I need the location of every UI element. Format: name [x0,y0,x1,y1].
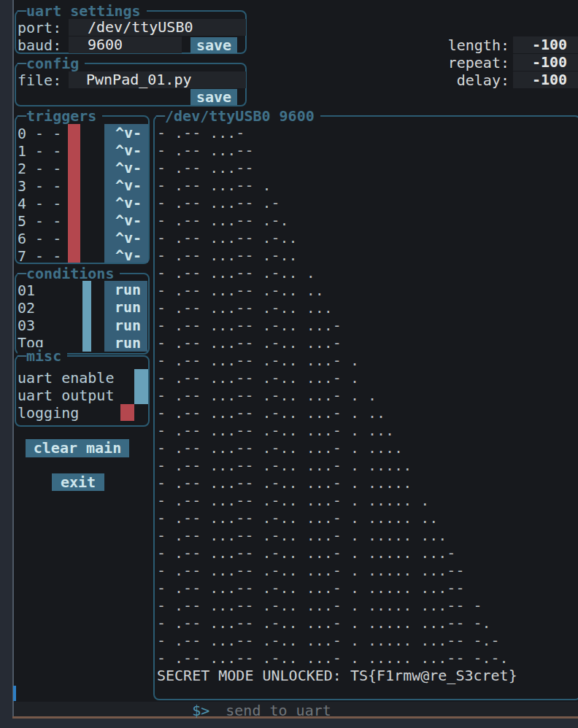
param-label: length: [409,36,509,54]
param-input[interactable]: -100 [513,71,578,88]
misc-item-label: uart enable [18,369,127,387]
morse-output-line: - .-- ...-- .-.. ...- . ..... ... [157,527,573,544]
misc-title: ─misc [18,347,67,365]
trigger-row-label: 5 - - [18,212,66,230]
morse-output-line: - .-- ...-- .-.. ...- . ..... ...-- [157,562,573,579]
morse-output-line: - .-- ...-- .-.. . [157,264,573,282]
param-fields: length: -100 repeat: -100 delay: -100 [409,36,578,89]
uart-send-input[interactable]: send to uart [226,702,331,719]
window-edge-line [12,0,14,716]
condition-run-button[interactable]: run [104,281,147,298]
trigger-row-label: 6 - - [18,230,66,247]
morse-output-line: - .-- ...-- .-.. ...- . .. [157,404,573,422]
morse-output-line: - .-- ...-- .-.. ...- [157,317,573,334]
condition-row-label: 03 [18,317,66,334]
morse-output-line: - .-- ...-- .-.. .. [157,282,573,299]
morse-output-line: - .-- ...-- . [157,177,573,194]
param-input[interactable]: -100 [513,36,578,53]
morse-output-line: - .-- ...-- [157,159,573,177]
param-row: delay: -100 [409,71,578,89]
clear-main-button[interactable]: clear main [26,439,129,457]
morse-output-line: - .-- ...-- .-. [157,212,573,229]
trigger-row-label: 0 - - [18,125,66,142]
morse-output-line: - .-- ...-- .-.. ...- [157,334,573,352]
trigger-updown-control[interactable]: ^v- [104,159,148,177]
morse-output-line: - .-- ...-- .-.. ...- . ..... ...-- - [157,597,573,614]
misc-item-label: uart output [18,387,127,404]
morse-output-line: - .-- ...-- .- [157,194,573,212]
logging-toggle[interactable] [120,404,134,421]
morse-output-line: - .-- ...-- .-.. ...- . ..... [157,457,573,474]
morse-output-line: - .-- ...-- .-.. ...- . ..... ...- [157,544,573,562]
morse-output-line: - .-- ...-- .-.. ...- . ..... ...-- -.- [157,632,573,649]
config-save-button[interactable]: save [190,89,237,105]
port-label: port: [18,19,61,36]
trigger-row-label: 3 - - [18,177,66,195]
triggers-title: ─triggers [18,107,102,125]
conditions-title: ─conditions [18,265,120,282]
trigger-updown-control[interactable]: ^v- [104,212,148,229]
trigger-row-label: 1 - - [18,142,66,160]
condition-row-label: 01 [18,282,66,299]
trigger-updown-control[interactable]: ^v- [104,142,148,159]
cursor-indicator-bar [13,686,16,701]
secret-message: SECRET MODE UNLOCKED: TS{F1rmw@re_S3cret… [157,667,517,684]
morse-output-line: - .-- ...-- .-.. ...- . ... [157,422,573,439]
baud-input[interactable]: 9600 [69,36,182,53]
trigger-row-labels: 0 - -1 - -2 - -3 - -4 - -5 - -6 - -7 - - [18,125,66,265]
param-label: delay: [409,71,509,89]
file-input[interactable]: PwnPad_01.py [69,71,246,88]
morse-output-line: - .-- ...-- .-.. [157,247,573,264]
param-row: length: -100 [409,36,578,54]
trigger-updown-control[interactable]: ^v- [104,229,148,247]
uart-save-button[interactable]: save [190,37,237,53]
trigger-row-label: 2 - - [18,160,66,177]
uart-enable-output-toggle[interactable] [134,369,148,404]
conditions-state-bar[interactable] [82,281,91,352]
triggers-state-bar[interactable] [68,124,80,263]
param-row: repeat: -100 [409,54,578,71]
condition-run-button[interactable]: run [104,334,147,352]
condition-run-buttons: runrunrunrun [104,281,147,352]
morse-output-line: - .-- ...-- .-.. ...- . ..... ...-- -. [157,614,573,632]
trigger-row-label: 7 - - [18,247,66,265]
morse-output-line: - .-- ...-- .-.. ...- . ..... . [157,492,573,509]
morse-output-line: - .-- ...-- .-.. ...- . .... [157,439,573,457]
exit-button[interactable]: exit [52,473,104,491]
trigger-updown-control[interactable]: ^v- [104,247,148,264]
morse-output-line: - .-- ...-- .-.. ...- . ..... ...-- -.-. [157,649,573,667]
prompt-symbol: $> [192,702,209,719]
morse-output-line: - .-- ...-- .-.. ...- . [157,369,573,387]
condition-run-button[interactable]: run [104,298,147,316]
terminal-output: - .-- ...-- .-- ...--- .-- ...--- .-- ..… [157,124,573,667]
uart-send-row: $>send to uart [157,684,331,702]
trigger-row-label: 4 - - [18,195,66,212]
morse-output-line: - .-- ...- [157,124,573,142]
morse-output-line: - .-- ...-- .-.. ...- . ..... [157,474,573,492]
file-label: file: [18,71,61,89]
terminal-title: ─/dev/ttyUSB0 9600 [156,107,320,125]
misc-item-labels: uart enableuart outputlogging [18,369,127,422]
baud-label: baud: [18,36,61,54]
uart-settings-title: ─uart settings [18,2,147,20]
config-title: ─config [18,55,85,72]
morse-output-line: - .-- ...-- .-.. [157,229,573,247]
trigger-updown-control[interactable]: ^v- [104,124,148,142]
morse-output-line: - .-- ...-- [157,142,573,159]
trigger-updown-control[interactable]: ^v- [104,194,148,212]
param-label: repeat: [409,54,509,71]
app-window: ─uart settings port: /dev/ttyUSB0 baud: … [0,0,578,728]
morse-output-line: - .-- ...-- .-.. ...- . ..... ...-- [157,579,573,597]
morse-output-line: - .-- ...-- .-.. ...- . ..... .. [157,509,573,527]
misc-item-label: logging [18,404,127,422]
morse-output-line: - .-- ...-- .-.. ... [157,299,573,317]
condition-row-label: 02 [18,299,66,317]
morse-output-line: - .-- ...-- .-.. ...- . [157,352,573,369]
condition-run-button[interactable]: run [104,317,147,334]
port-input[interactable]: /dev/ttyUSB0 [69,19,246,36]
morse-output-line: - .-- ...-- .-.. ...- . . [157,387,573,404]
trigger-updown-control[interactable]: ^v- [104,177,148,194]
condition-row-labels: 010203Tog [18,282,66,352]
param-input[interactable]: -100 [513,54,578,71]
trigger-controls: ^v-^v-^v-^v-^v-^v-^v-^v- [104,124,148,263]
